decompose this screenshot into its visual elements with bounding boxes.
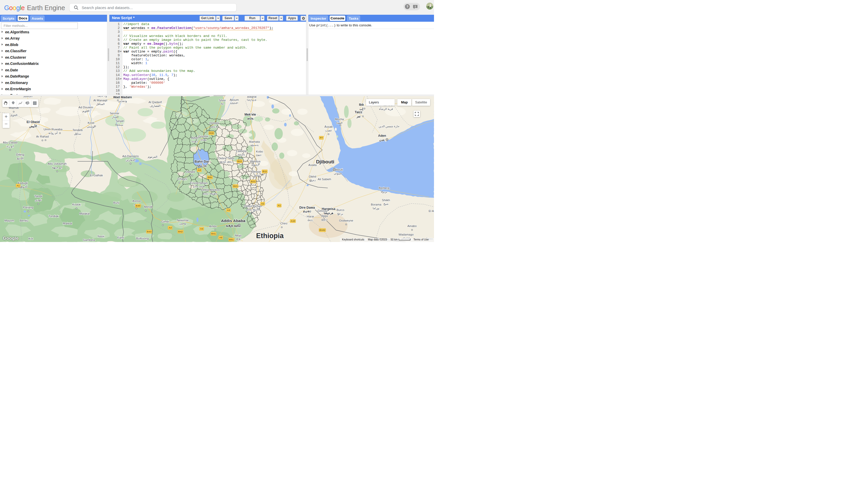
svg-text:Al Manaqil: Al Manaqil — [93, 99, 107, 102]
svg-text:Tendelti: Tendelti — [72, 128, 83, 131]
svg-text:Addis Ababa: Addis Ababa — [221, 218, 246, 223]
svg-text:El Af: El Af — [429, 209, 434, 213]
svg-text:Debre Tabor: Debre Tabor — [218, 157, 235, 160]
svg-text:A4: A4 — [200, 227, 204, 230]
svg-text:كوستي: كوستي — [87, 125, 95, 128]
svg-text:Talodi: Talodi — [34, 195, 42, 198]
svg-text:سنجة: سنجة — [117, 123, 123, 126]
svg-text:Abū Jubayhah: Abū Jubayhah — [48, 162, 67, 165]
svg-text:Finote Selam: Finote Selam — [190, 181, 208, 185]
svg-text:ደሴ: ደሴ — [255, 174, 258, 177]
svg-text:ዓዲግራት: ዓዲግራት — [247, 98, 257, 101]
svg-text:Oodweyne: Oodweyne — [339, 219, 353, 222]
svg-text:Dire Dawa: Dire Dawa — [299, 206, 315, 209]
svg-text:Sinjah: Sinjah — [116, 119, 124, 123]
svg-text:B43: B43 — [147, 230, 151, 233]
svg-text:Nekemte: Nekemte — [177, 219, 189, 222]
svg-text:Sawdiri: Sawdiri — [23, 96, 33, 98]
svg-text:سنار: سنار — [112, 115, 117, 119]
svg-text:Ad Douiem: Ad Douiem — [79, 106, 93, 109]
svg-text:أبو جبيهة: أبو جبيهة — [52, 165, 62, 169]
svg-text:تندلتي: تندلتي — [74, 132, 81, 135]
svg-text:هرجيسا: هرجيسا — [324, 211, 334, 215]
svg-text:ባሕር ዳር: ባሕር ዳር — [197, 164, 207, 167]
svg-text:Gimbi: Gimbi — [161, 220, 169, 223]
svg-text:تلودي: تلودي — [35, 198, 42, 202]
svg-text:بوراما: بوراما — [373, 207, 379, 210]
svg-text:A10: A10 — [290, 219, 295, 222]
svg-text:ደብረ ማርቆስ: ደብረ ማርቆስ — [203, 192, 217, 195]
svg-text:Mayom: Mayom — [4, 219, 14, 222]
svg-text:Djibouti: Djibouti — [316, 159, 335, 164]
svg-text:Adigrat: Adigrat — [247, 96, 257, 98]
svg-text:B22: B22 — [237, 160, 242, 163]
svg-text:Asaita: Asaita — [308, 163, 317, 167]
svg-text:الدمازين: الدمازين — [126, 158, 135, 161]
svg-text:Weldiya: Weldiya — [250, 160, 260, 163]
svg-text:Bulbuong: Bulbuong — [136, 237, 149, 240]
svg-text:الأبيض: الأبيض — [29, 124, 37, 128]
svg-text:Borama: Borama — [371, 203, 381, 206]
svg-text:Mek'ele: Mek'ele — [245, 113, 256, 116]
svg-text:B102: B102 — [319, 229, 326, 232]
svg-text:Abu Zabad: Abu Zabad — [3, 141, 17, 144]
svg-text:Debark: Debark — [209, 122, 219, 125]
svg-text:الدويم: الدويم — [82, 109, 89, 113]
svg-text:الخوى: الخوى — [10, 114, 17, 117]
svg-text:B21: B21 — [233, 185, 238, 187]
svg-text:قرية الرشأة: قرية الرشأة — [379, 107, 393, 111]
svg-text:Mojo: Mojo — [235, 234, 242, 237]
svg-text:Ad-Damazīn: Ad-Damazīn — [122, 155, 139, 158]
svg-text:Mocha: Mocha — [335, 118, 344, 121]
svg-text:አክሱም: አክሱም — [230, 101, 238, 105]
svg-text:B40: B40 — [136, 204, 140, 207]
svg-text:Āssab: Āssab — [324, 125, 333, 128]
svg-text:Bunj: Bunj — [113, 201, 119, 204]
svg-text:El Galhak: El Galhak — [90, 174, 103, 177]
svg-text:B11: B11 — [262, 170, 267, 173]
svg-text:Aden: Aden — [378, 134, 386, 138]
svg-text:ጭልጋ: ጭልጋ — [191, 140, 198, 143]
svg-text:ሽረ: ሽረ — [220, 102, 224, 105]
svg-text:Debre Markos: Debre Markos — [201, 188, 220, 191]
svg-text:Dikhil: Dikhil — [309, 175, 316, 178]
svg-text:B81: B81 — [208, 176, 212, 179]
svg-text:Bentiu: Bentiu — [20, 219, 28, 222]
svg-text:تعز: تعز — [356, 115, 361, 118]
svg-text:B51: B51 — [229, 238, 234, 241]
svg-text:Al Qadarif: Al Qadarif — [148, 100, 162, 104]
svg-text:?: ? — [406, 5, 408, 8]
svg-text:Fami: Fami — [117, 236, 124, 239]
svg-text:ደብረ ብርሃን: ደብረ ብርሃን — [246, 208, 259, 211]
svg-text:Mendi: Mendi — [144, 205, 152, 208]
svg-text:Aksum: Aksum — [229, 98, 239, 101]
svg-text:الدلنج: الدلنج — [17, 157, 24, 160]
svg-text:A1: A1 — [278, 204, 281, 207]
svg-text:Hargeisa: Hargeisa — [322, 207, 336, 211]
svg-text:Ali Sabieh: Ali Sabieh — [318, 178, 331, 181]
svg-text:ودمدني: ودمدني — [118, 99, 127, 103]
svg-text:A3: A3 — [198, 169, 201, 172]
svg-text:حارة شمس الدين: حارة شمس الدين — [379, 125, 400, 128]
svg-text:A3: A3 — [227, 209, 230, 211]
svg-text:Alamata: Alamata — [249, 140, 260, 143]
svg-text:Wad Madani: Wad Madani — [113, 96, 132, 99]
svg-text:B21: B21 — [251, 180, 255, 183]
svg-text:Shire: Shire — [219, 99, 226, 102]
svg-text:Dessie: Dessie — [252, 170, 261, 173]
svg-text:جيبوتي: جيبوتي — [334, 172, 342, 175]
svg-text:Shiikh: Shiikh — [382, 199, 390, 202]
svg-text:المناقل: المناقل — [96, 102, 104, 105]
svg-text:ሞጆ: ሞጆ — [236, 238, 241, 241]
svg-text:Lalibela: Lalibela — [236, 149, 246, 153]
svg-text:Ambo: Ambo — [209, 225, 217, 228]
svg-text:Chiro: Chiro — [280, 222, 287, 225]
svg-text:Gambela: Gambela — [83, 238, 95, 241]
svg-text:Aykel: Aykel — [191, 136, 198, 139]
svg-text:القضارف: القضارف — [150, 104, 160, 108]
svg-text:A4: A4 — [168, 226, 172, 229]
svg-text:ቆቦ: ቆቦ — [258, 154, 261, 157]
svg-text:ኣላመጣ: ኣላመጣ — [250, 144, 258, 147]
svg-text:Ar Rahad: Ar Rahad — [36, 135, 49, 138]
svg-text:Jijiga: Jijiga — [321, 214, 328, 217]
